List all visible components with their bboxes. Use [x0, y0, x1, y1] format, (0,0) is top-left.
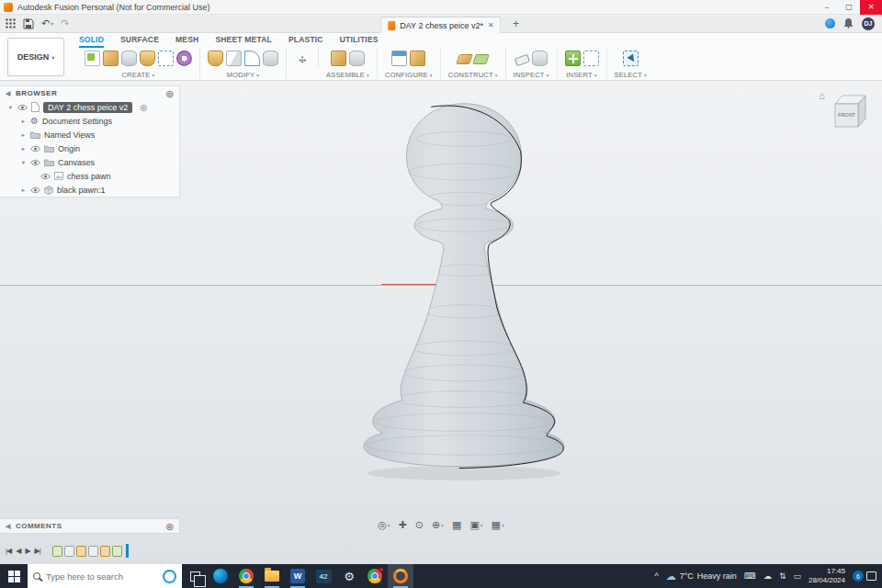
tab-solid[interactable]: SOLID [79, 35, 104, 48]
extrude-tool-icon[interactable] [140, 51, 155, 66]
visibility-eye-icon[interactable] [30, 187, 40, 194]
box-tool-icon[interactable] [103, 51, 119, 66]
timeline-skip-start-button[interactable]: |◀ [6, 547, 11, 555]
tab-close-icon[interactable]: ✕ [488, 21, 494, 29]
taskbar-clock[interactable]: 17:45 28/04/2024 [808, 567, 845, 586]
start-button[interactable] [0, 564, 28, 588]
timeline-feature[interactable] [112, 546, 122, 557]
visibility-eye-icon[interactable] [30, 159, 40, 166]
tree-item-black-pawn-component[interactable]: ▸ black pawn:1 [0, 183, 179, 197]
torus-tool-icon[interactable] [176, 51, 192, 66]
visibility-eye-icon[interactable] [40, 173, 51, 180]
notifications-bell-icon[interactable] [843, 17, 854, 30]
model-viewport[interactable]: ⌂ FRONT ◀ BROWSER ◎ ▾ DAY 2 chess peice … [0, 81, 882, 564]
fillet-tool-icon[interactable] [244, 51, 260, 66]
construction-plane-icon[interactable] [456, 54, 473, 64]
select-tool-icon[interactable] [623, 51, 639, 66]
close-button[interactable]: ✕ [860, 0, 882, 15]
tree-item-root[interactable]: ▾ DAY 2 chess peice v2 ◎ [0, 100, 179, 114]
taskbar-chrome-profile[interactable] [362, 564, 388, 588]
taskbar-counter-app[interactable]: 42 [311, 564, 336, 588]
show-hidden-icons[interactable]: ^ [655, 571, 659, 581]
taskbar-chrome[interactable] [233, 564, 259, 588]
offset-plane-icon[interactable] [472, 54, 490, 64]
collapse-panel-icon[interactable]: ◀ [6, 90, 11, 97]
cortana-icon[interactable] [163, 570, 176, 583]
home-view-icon[interactable]: ⌂ [819, 90, 825, 101]
tab-surface[interactable]: SURFACE [120, 35, 159, 48]
taskbar-word[interactable]: W [285, 564, 311, 588]
configure-menu[interactable]: CONFIGURE▾ [385, 71, 433, 79]
look-at-icon[interactable]: ⊙ [415, 519, 424, 531]
fit-icon[interactable]: ▦ [452, 519, 461, 531]
expand-icon[interactable]: ▾ [20, 159, 27, 166]
select-menu[interactable]: SELECT▾ [615, 71, 647, 79]
action-center[interactable]: 6 [853, 571, 876, 582]
section-analysis-icon[interactable] [532, 51, 548, 66]
save-icon[interactable] [23, 18, 34, 29]
tab-mesh[interactable]: MESH [175, 35, 198, 48]
timeline-feature-sketch[interactable] [52, 546, 62, 557]
undo-button[interactable]: ↶▾ [41, 18, 53, 28]
pattern-tool-icon[interactable] [158, 51, 174, 66]
taskbar-edge[interactable] [208, 564, 233, 588]
modify-menu[interactable]: MODIFY▾ [227, 71, 259, 79]
timeline-play-button[interactable]: ▶ [25, 547, 29, 555]
pan-icon[interactable]: ✚ [399, 519, 407, 531]
maximize-button[interactable]: ▢ [838, 0, 860, 15]
panel-target-icon[interactable]: ◎ [166, 89, 174, 98]
redo-button[interactable]: ↷ [61, 18, 69, 28]
app-grid-icon[interactable] [6, 18, 16, 28]
timeline-skip-end-button[interactable]: ▶| [35, 547, 40, 555]
expand-icon[interactable]: ▾ [7, 104, 14, 111]
combine-tool-icon[interactable] [263, 51, 278, 66]
expand-icon[interactable]: ▸ [20, 145, 27, 153]
grid-layout-icon[interactable]: ▦▾ [492, 519, 504, 531]
tree-item-document-settings[interactable]: ▸ ⚙ Document Settings [0, 114, 179, 128]
timeline-feature[interactable] [88, 546, 98, 557]
cylinder-tool-icon[interactable] [121, 51, 137, 66]
visibility-eye-icon[interactable] [17, 104, 28, 111]
view-cube[interactable]: FRONT [829, 88, 871, 130]
visibility-eye-icon[interactable] [30, 145, 40, 153]
document-tab[interactable]: DAY 2 chess peice v2* ✕ [380, 17, 501, 33]
new-component-icon[interactable] [331, 51, 346, 66]
display-settings-icon[interactable]: ▣▾ [469, 519, 482, 531]
comments-bar[interactable]: ◀ COMMENTS ◎ [0, 518, 180, 534]
timeline-prev-button[interactable]: ◀ [16, 547, 20, 555]
network-icon[interactable]: ⇅ [779, 571, 786, 581]
activate-icon[interactable]: ◎ [140, 103, 147, 112]
create-sketch-icon[interactable] [85, 51, 100, 66]
create-menu[interactable]: CREATE▾ [121, 71, 154, 79]
onedrive-icon[interactable]: ☁ [763, 571, 772, 581]
zoom-window-icon[interactable]: ⊕▾ [432, 519, 444, 531]
expand-icon[interactable]: ▸ [20, 187, 27, 194]
touch-keyboard-icon[interactable]: ⌨ [744, 571, 756, 581]
tree-item-named-views[interactable]: ▸ Named Views [0, 128, 179, 141]
timeline-feature[interactable] [76, 546, 86, 557]
collapse-panel-icon[interactable]: ◀ [6, 523, 11, 530]
user-avatar[interactable]: DJ [862, 17, 875, 30]
task-view-button[interactable] [182, 564, 208, 588]
construct-menu[interactable]: CONSTRUCT▾ [448, 71, 498, 79]
insert-mesh-icon[interactable] [583, 51, 599, 66]
volume-icon[interactable]: ▭ [793, 571, 801, 581]
inspect-menu[interactable]: INSPECT▾ [514, 71, 549, 79]
search-input[interactable] [46, 571, 157, 582]
orbit-icon[interactable]: ◎▾ [378, 519, 390, 531]
configure-feature-icon[interactable] [410, 51, 425, 66]
joint-tool-icon[interactable] [349, 51, 365, 66]
tree-item-origin[interactable]: ▸ Origin [0, 141, 179, 155]
taskbar-file-explorer[interactable] [259, 564, 285, 588]
weather-widget[interactable]: ☁ 7°C Heavy rain [666, 571, 737, 582]
new-tab-button[interactable]: + [513, 17, 519, 30]
move-tool-icon[interactable]: ↔↕ [294, 49, 311, 67]
tree-item-chess-pawn-canvas[interactable]: chess pawn [0, 169, 179, 183]
assemble-menu[interactable]: ASSEMBLE▾ [326, 71, 369, 79]
configuration-table-icon[interactable] [391, 51, 407, 66]
tab-plastic[interactable]: PLASTIC [288, 35, 323, 48]
insert-menu[interactable]: INSERT▾ [566, 71, 597, 79]
minimize-button[interactable]: – [816, 0, 838, 15]
expand-icon[interactable]: ▸ [20, 131, 27, 139]
measure-tool-icon[interactable] [514, 53, 530, 66]
